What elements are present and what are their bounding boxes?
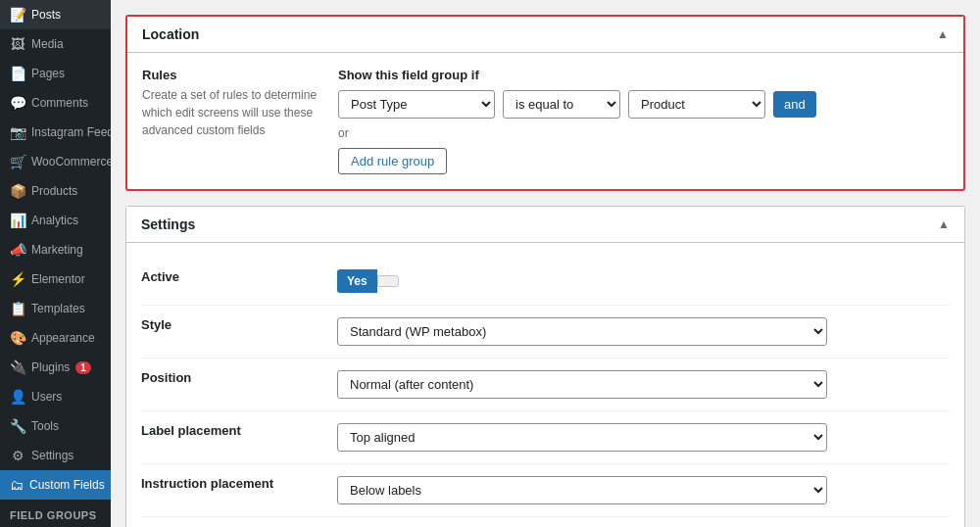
sidebar-item-media[interactable]: 🖼 Media — [0, 29, 111, 59]
position-control: Normal (after content) Side — [337, 370, 950, 399]
condition-select[interactable]: is equal to — [503, 90, 620, 119]
custom-fields-icon: 🗂 — [10, 477, 24, 493]
label-placement-label-col: Label placement — [141, 423, 337, 438]
sidebar-item-appearance[interactable]: 🎨 Appearance — [0, 323, 111, 353]
location-panel: Location ▲ Rules Create a set of rules t… — [125, 15, 965, 191]
sidebar-item-pages[interactable]: 📄 Pages — [0, 59, 111, 88]
position-label-col: Position — [141, 370, 337, 385]
instruction-placement-control: Below labels Below fields — [337, 476, 950, 504]
sidebar-item-templates[interactable]: 📋 Templates — [0, 294, 111, 323]
pages-icon: 📄 — [10, 66, 25, 81]
plugins-icon: 🔌 — [10, 359, 25, 375]
instruction-placement-label-col: Instruction placement — [141, 476, 337, 491]
active-control: Yes — [337, 269, 950, 293]
label-placement-label: Label placement — [141, 423, 337, 438]
plugins-badge: 1 — [75, 361, 91, 374]
position-select[interactable]: Normal (after content) Side — [337, 370, 827, 399]
sidebar-item-plugins[interactable]: 🔌 Plugins 1 — [0, 353, 111, 382]
instruction-placement-row: Instruction placement Below labels Below… — [141, 464, 950, 517]
sidebar-item-elementor[interactable]: ⚡ Elementor — [0, 264, 111, 294]
sidebar-item-marketing[interactable]: 📣 Marketing — [0, 235, 111, 264]
analytics-icon: 📊 — [10, 213, 25, 228]
rules-header: Rules — [142, 68, 318, 82]
woocommerce-icon: 🛒 — [10, 154, 25, 169]
instagram-icon: 📷 — [10, 124, 25, 140]
tools-icon: 🔧 — [10, 418, 25, 434]
order-no-row: Order No. Field groups with a lower orde… — [141, 517, 950, 527]
settings-panel: Settings ▲ Active Yes Style — [125, 206, 965, 527]
comments-icon: 💬 — [10, 95, 25, 111]
products-icon: 📦 — [10, 183, 25, 199]
label-placement-select[interactable]: Top aligned Left aligned — [337, 423, 827, 452]
style-label-col: Style — [141, 317, 337, 332]
sidebar-item-posts[interactable]: 📝 Posts — [0, 0, 111, 29]
location-panel-header: Location ▲ — [127, 17, 963, 53]
sidebar-item-settings[interactable]: ⚙ Settings — [0, 441, 111, 470]
users-icon: 👤 — [10, 389, 25, 405]
location-panel-toggle[interactable]: ▲ — [937, 27, 949, 41]
value-select[interactable]: Product — [628, 90, 765, 119]
active-row: Active Yes — [141, 258, 950, 306]
add-rule-group-button[interactable]: Add rule group — [338, 148, 447, 174]
style-control: Standard (WP metabox) Seamless (no metab… — [337, 317, 950, 346]
sidebar-item-custom-fields[interactable]: 🗂 Custom Fields — [0, 470, 111, 500]
settings-icon: ⚙ — [10, 448, 25, 463]
instruction-placement-label: Instruction placement — [141, 476, 337, 491]
sidebar-item-comments[interactable]: 💬 Comments — [0, 88, 111, 118]
posts-icon: 📝 — [10, 7, 25, 23]
sidebar-item-analytics[interactable]: 📊 Analytics — [0, 206, 111, 235]
templates-icon: 📋 — [10, 301, 25, 316]
rule-row: Post Type is equal to Product and — [338, 90, 949, 119]
location-right: Show this field group if Post Type is eq… — [338, 68, 949, 174]
label-placement-control: Top aligned Left aligned — [337, 423, 950, 452]
toggle-yes-button[interactable]: Yes — [337, 269, 377, 293]
post-type-select[interactable]: Post Type — [338, 90, 495, 119]
and-button[interactable]: and — [773, 91, 816, 118]
location-content: Rules Create a set of rules to determine… — [142, 68, 949, 174]
label-placement-row: Label placement Top aligned Left aligned — [141, 411, 950, 464]
location-left: Rules Create a set of rules to determine… — [142, 68, 318, 174]
style-row: Style Standard (WP metabox) Seamless (no… — [141, 306, 950, 359]
style-select[interactable]: Standard (WP metabox) Seamless (no metab… — [337, 317, 827, 346]
style-label: Style — [141, 317, 337, 332]
sidebar-section-field-groups: Field Groups — [0, 500, 111, 524]
active-toggle: Yes — [337, 269, 950, 293]
show-if-label: Show this field group if — [338, 68, 949, 82]
settings-panel-body: Active Yes Style Standard (WP metabox) — [126, 243, 964, 527]
settings-panel-toggle[interactable]: ▲ — [938, 217, 950, 231]
elementor-icon: ⚡ — [10, 271, 25, 287]
instruction-placement-select[interactable]: Below labels Below fields — [337, 476, 827, 504]
settings-panel-header: Settings ▲ — [126, 207, 964, 243]
location-panel-title: Location — [142, 26, 199, 42]
sidebar-item-woocommerce[interactable]: 🛒 WooCommerce — [0, 147, 111, 176]
rules-description: Create a set of rules to determine which… — [142, 86, 318, 139]
sidebar-item-users[interactable]: 👤 Users — [0, 382, 111, 411]
main-content: Location ▲ Rules Create a set of rules t… — [111, 0, 980, 527]
position-label: Position — [141, 370, 337, 385]
location-panel-body: Rules Create a set of rules to determine… — [127, 53, 963, 189]
active-label: Active — [141, 269, 337, 284]
marketing-icon: 📣 — [10, 242, 25, 258]
active-label-col: Active — [141, 269, 337, 284]
position-row: Position Normal (after content) Side — [141, 359, 950, 411]
toggle-no-button[interactable] — [377, 275, 399, 287]
sidebar: 📝 Posts 🖼 Media 📄 Pages 💬 Comments 📷 Ins… — [0, 0, 111, 527]
settings-panel-title: Settings — [141, 216, 195, 232]
or-label: or — [338, 126, 949, 140]
sidebar-item-instagram[interactable]: 📷 Instagram Feeds — [0, 118, 111, 147]
sidebar-item-products[interactable]: 📦 Products — [0, 176, 111, 206]
sidebar-item-tools[interactable]: 🔧 Tools — [0, 411, 111, 441]
appearance-icon: 🎨 — [10, 330, 25, 346]
media-icon: 🖼 — [10, 36, 25, 52]
